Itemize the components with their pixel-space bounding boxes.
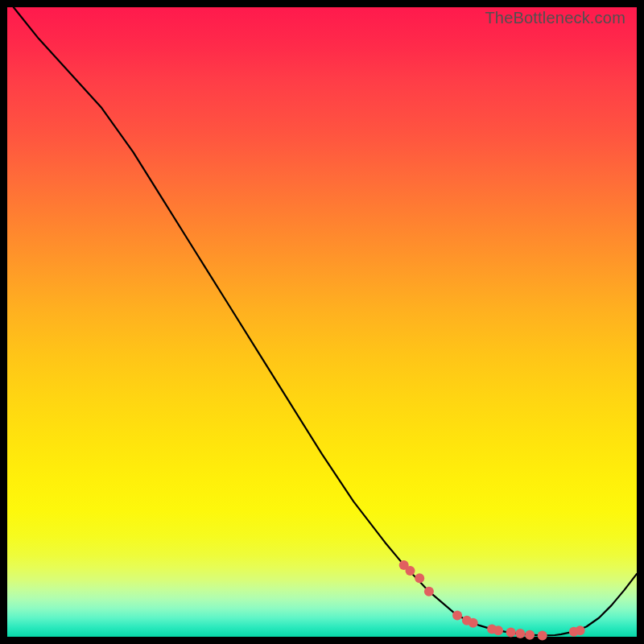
marker-point (493, 625, 503, 635)
marker-point (576, 625, 585, 635)
marker-point (515, 629, 525, 638)
marker-point (525, 630, 535, 640)
marker-point (506, 628, 516, 638)
plot-area: TheBottleneck.com (7, 7, 637, 637)
bottleneck-curve (14, 7, 637, 635)
marker-point (415, 573, 424, 583)
marker-point (424, 587, 434, 597)
chart-svg (7, 7, 637, 637)
chart-frame: TheBottleneck.com (0, 0, 644, 644)
marker-point (406, 566, 415, 576)
marker-group (399, 560, 585, 641)
marker-point (469, 618, 478, 628)
marker-point (452, 610, 462, 620)
marker-point (538, 630, 547, 640)
